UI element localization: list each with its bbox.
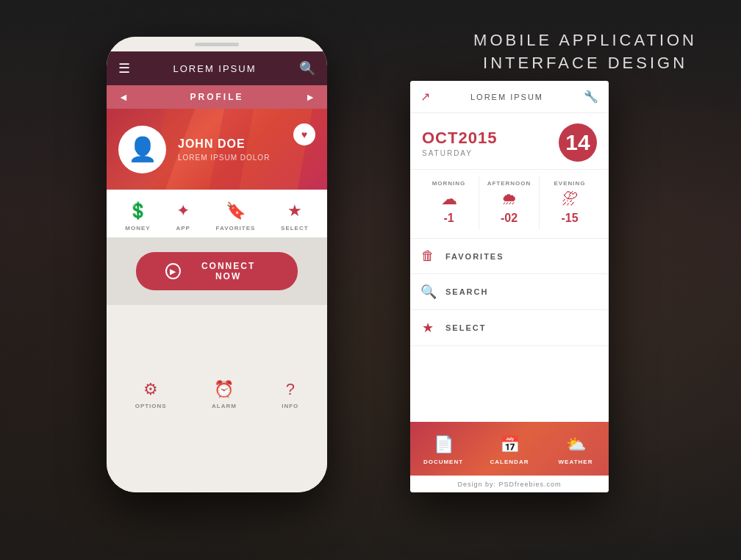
phone2: ↗ LOREM IPSUM 🔧 OCT2015 SATURDAY 14 MORN… <box>410 81 609 492</box>
nav-item-info[interactable]: ? INFO <box>282 380 298 409</box>
app-label: APP <box>176 225 190 231</box>
money-label: MONEY <box>125 225 150 231</box>
weather-section: MORNING ☁ -1 AFTERNOON 🌧 -02 EVENING ⛈ -… <box>410 169 609 238</box>
phone1-notch <box>107 37 327 51</box>
search-list-icon: 🔍 <box>420 284 435 300</box>
search-icon[interactable]: 🔍 <box>299 60 315 76</box>
connect-button[interactable]: ▶ CONNECT NOW <box>136 252 298 290</box>
phone1-screen: ☰ LOREM IPSUM 🔍 ◄ PROFILE ► 👤 <box>107 51 327 481</box>
profile-section: 👤 JOHN DOE LOREM IPSUM DOLOR ♥ <box>107 109 327 190</box>
designer-credit: Design by: PSDfreebies.com <box>410 475 609 492</box>
menu-icons: 💲 MONEY ✦ APP 🔖 FAVORITES ★ SELECT <box>107 190 327 237</box>
month-year: OCT2015 <box>422 129 497 148</box>
nav-item-options[interactable]: ⚙ OPTIONS <box>135 380 167 409</box>
weather-afternoon: AFTERNOON 🌧 -02 <box>479 176 540 229</box>
date-number: 14 <box>559 123 597 162</box>
storm-icon: ⛈ <box>562 190 578 209</box>
app-icon: ✦ <box>176 201 190 220</box>
user-icon: 👤 <box>128 135 157 163</box>
connect-section: ▶ CONNECT NOW <box>107 237 327 305</box>
phone1-header-title: LOREM IPSUM <box>173 63 256 74</box>
afternoon-label: AFTERNOON <box>487 180 531 187</box>
title-line1: MOBILE APPLICATION <box>473 29 697 52</box>
favorites-list-label: FAVORITES <box>445 252 504 261</box>
right-arrow-icon[interactable]: ► <box>305 91 315 103</box>
heart-badge: ♥ <box>293 123 315 146</box>
morning-label: MORNING <box>432 180 466 187</box>
date-section: OCT2015 SATURDAY 14 <box>410 113 609 169</box>
date-left: OCT2015 SATURDAY <box>422 129 497 157</box>
profile-bar: ◄ PROFILE ► <box>107 85 327 109</box>
bottom-tabs: 📄 DOCUMENT 📅 CALENDAR ⛅ WEATHER <box>410 422 609 475</box>
star-list-icon: ★ <box>420 320 435 336</box>
list-item-search[interactable]: 🔍 SEARCH <box>410 274 609 310</box>
menu-item-favorites[interactable]: 🔖 FAVORITES <box>216 201 256 231</box>
info-label: INFO <box>282 403 298 409</box>
tab-calendar[interactable]: 📅 CALENDAR <box>476 432 543 468</box>
connect-button-label: CONNECT NOW <box>188 261 268 281</box>
select-list-label: SELECT <box>445 323 486 332</box>
favorites-label: FAVORITES <box>216 225 256 231</box>
nav-item-alarm[interactable]: ⏰ ALARM <box>212 380 237 409</box>
weather-tab-label: WEATHER <box>559 459 593 465</box>
profile-bar-label: PROFILE <box>190 92 243 102</box>
list-section: 🗑 FAVORITES 🔍 SEARCH ★ SELECT <box>410 238 609 422</box>
evening-temp: -15 <box>561 212 578 225</box>
list-item-favorites[interactable]: 🗑 FAVORITES <box>410 239 609 274</box>
weather-morning: MORNING ☁ -1 <box>419 176 479 229</box>
tab-document[interactable]: 📄 DOCUMENT <box>410 432 476 468</box>
bottom-nav: ⚙ OPTIONS ⏰ ALARM ? INFO <box>107 305 327 481</box>
phone2-header: ↗ LOREM IPSUM 🔧 <box>410 81 609 113</box>
morning-temp: -1 <box>443 212 454 225</box>
menu-item-money[interactable]: 💲 MONEY <box>125 201 150 231</box>
afternoon-temp: -02 <box>501 212 518 225</box>
heart-icon: ♥ <box>301 129 307 140</box>
document-tab-label: DOCUMENT <box>423 459 463 465</box>
profile-avatar: 👤 <box>118 126 166 173</box>
list-item-select[interactable]: ★ SELECT <box>410 310 609 346</box>
money-icon: 💲 <box>128 201 148 220</box>
page-title: MOBILE APPLICATION INTERFACE DESIGN <box>473 29 697 75</box>
search-list-label: SEARCH <box>445 287 488 296</box>
calendar-icon: 📅 <box>500 435 520 454</box>
menu-item-select[interactable]: ★ SELECT <box>281 201 309 231</box>
calendar-tab-label: CALENDAR <box>490 459 529 465</box>
credit-text: Design by: PSDfreebies.com <box>457 481 561 488</box>
phone2-header-title: LOREM IPSUM <box>470 93 543 101</box>
tab-weather[interactable]: ⛅ WEATHER <box>543 432 609 468</box>
document-icon: 📄 <box>434 435 454 454</box>
notch-bar <box>195 43 239 46</box>
star-icon: ★ <box>287 201 302 220</box>
alarm-icon: ⏰ <box>214 380 234 399</box>
cloud-morning-icon: ☁ <box>441 190 457 209</box>
trash-icon: 🗑 <box>420 248 435 264</box>
select-label: SELECT <box>281 225 309 231</box>
info-icon: ? <box>286 380 295 399</box>
play-icon: ▶ <box>165 263 181 279</box>
share-icon[interactable]: ↗ <box>420 90 430 104</box>
favorites-icon: 🔖 <box>226 201 246 220</box>
options-icon: ⚙ <box>143 380 158 399</box>
day-name: SATURDAY <box>422 149 497 157</box>
evening-label: EVENING <box>554 180 585 187</box>
wrench-icon[interactable]: 🔧 <box>584 90 598 104</box>
rain-icon: 🌧 <box>501 190 518 209</box>
alarm-label: ALARM <box>212 403 237 409</box>
phone1-bottom <box>107 481 327 492</box>
title-line2: INTERFACE DESIGN <box>473 52 697 75</box>
weather-evening: EVENING ⛈ -15 <box>540 176 600 229</box>
profile-subtitle: LOREM IPSUM DOLOR <box>178 154 315 162</box>
menu-item-app[interactable]: ✦ APP <box>176 201 190 231</box>
phone1-header: ☰ LOREM IPSUM 🔍 <box>107 51 327 85</box>
phone1: ☰ LOREM IPSUM 🔍 ◄ PROFILE ► 👤 <box>107 37 327 492</box>
weather-tab-icon: ⛅ <box>566 435 586 454</box>
options-label: OPTIONS <box>135 403 167 409</box>
left-arrow-icon[interactable]: ◄ <box>118 91 129 103</box>
hamburger-icon[interactable]: ☰ <box>118 60 130 76</box>
